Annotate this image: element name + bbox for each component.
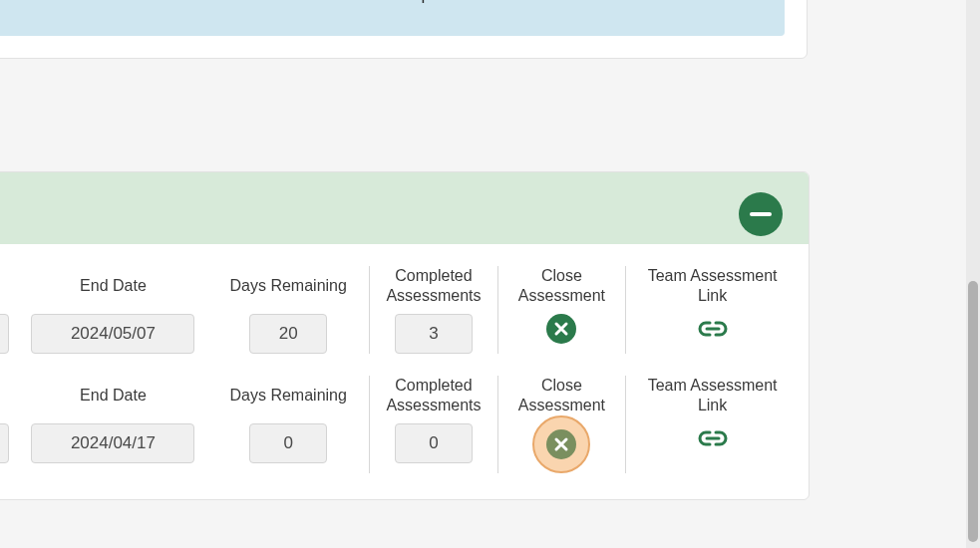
close-cell: Close Assessment xyxy=(497,376,625,473)
close-assessment-button[interactable] xyxy=(546,314,576,344)
leading-value[interactable] xyxy=(0,314,9,354)
leading-cell xyxy=(0,266,19,354)
scrollbar-thumb[interactable] xyxy=(968,281,978,542)
completed-label: Completed Assessments xyxy=(380,376,487,415)
leading-value[interactable] xyxy=(0,423,9,463)
info-banner: ment, make sure that each team member ha… xyxy=(0,0,785,36)
end-date-label: End Date xyxy=(76,376,151,415)
days-remaining-label: Days Remaining xyxy=(226,376,351,415)
completed-value: 0 xyxy=(395,423,473,463)
end-date-value[interactable]: 2024/04/17 xyxy=(31,423,194,463)
scrollbar-track[interactable] xyxy=(966,0,980,548)
link-icon xyxy=(697,318,729,340)
days-remaining-cell: Days Remaining 0 xyxy=(207,376,369,473)
table-row: End Date 2024/04/17 Days Remaining 0 Com… xyxy=(0,376,799,473)
days-remaining-value: 0 xyxy=(249,423,327,463)
link-label: Team Assessment Link xyxy=(636,266,789,306)
link-icon xyxy=(697,427,729,449)
info-text: ment, make sure that each team member ha… xyxy=(0,0,487,4)
table-header xyxy=(0,172,809,244)
assessments-table-card: End Date 2024/05/07 Days Remaining 20 Co… xyxy=(0,171,810,500)
days-remaining-label: Days Remaining xyxy=(226,266,351,306)
close-cell: Close Assessment xyxy=(497,266,625,354)
close-x-icon xyxy=(553,436,569,452)
close-label: Close Assessment xyxy=(508,376,615,415)
link-cell: Team Assessment Link xyxy=(625,266,799,354)
team-assessment-link-button[interactable] xyxy=(697,318,729,344)
end-date-label: End Date xyxy=(76,266,151,306)
info-card: ment, make sure that each team member ha… xyxy=(0,0,808,59)
leading-cell xyxy=(0,376,19,473)
days-remaining-cell: Days Remaining 20 xyxy=(207,266,369,354)
minus-icon xyxy=(750,212,772,216)
completed-cell: Completed Assessments 0 xyxy=(369,376,496,473)
end-date-cell: End Date 2024/04/17 xyxy=(19,376,208,473)
end-date-cell: End Date 2024/05/07 xyxy=(19,266,208,354)
completed-label: Completed Assessments xyxy=(380,266,487,306)
days-remaining-value: 20 xyxy=(249,314,327,354)
link-cell: Team Assessment Link xyxy=(625,376,799,473)
table-body: End Date 2024/05/07 Days Remaining 20 Co… xyxy=(0,244,809,499)
collapse-button[interactable] xyxy=(739,192,783,236)
table-row: End Date 2024/05/07 Days Remaining 20 Co… xyxy=(0,266,799,354)
link-label: Team Assessment Link xyxy=(636,376,789,415)
team-assessment-link-button[interactable] xyxy=(697,427,729,453)
close-x-icon xyxy=(553,321,569,337)
close-label: Close Assessment xyxy=(508,266,615,306)
close-assessment-button-highlighted[interactable] xyxy=(532,415,590,473)
completed-cell: Completed Assessments 3 xyxy=(369,266,496,354)
end-date-value[interactable]: 2024/05/07 xyxy=(31,314,194,354)
completed-value: 3 xyxy=(395,314,473,354)
